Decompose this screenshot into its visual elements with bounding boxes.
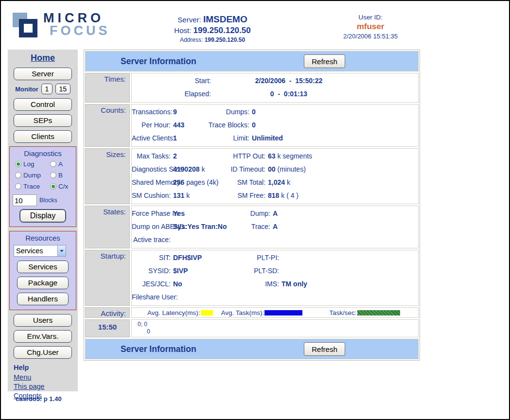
timeline-line2: 0	[132, 328, 418, 335]
display-button[interactable]: Display	[20, 210, 66, 222]
activity-section-label: Activity:	[85, 307, 130, 318]
blocks-label: Blocks	[39, 197, 57, 204]
diagnostics-radio-group: Log A Dump B Trace C/x	[12, 160, 74, 190]
server-information-table: Server Information Refresh Times: Start:…	[84, 50, 420, 361]
radio-b-icon	[50, 172, 56, 178]
radio-dump-icon	[15, 172, 21, 178]
this-page-link[interactable]: This page	[14, 382, 78, 391]
timeline-row: 15:50 0; 0 0	[85, 319, 419, 337]
activity-legend: Avg. Latency(ms): Avg. Task(ms): Task/se…	[131, 307, 419, 318]
main-content: Server Information Refresh Times: Start:…	[84, 50, 420, 361]
startup-values: SIT:DFH$IVPPLT-PI: SYSID:$IVPPLT-SD: JES…	[131, 250, 419, 306]
resources-panel: Resources Services Services Package Hand…	[9, 231, 76, 310]
logo-word-focus: FOCUS	[50, 24, 110, 37]
chguser-button[interactable]: Chg.User	[14, 346, 72, 359]
monitor-count-input[interactable]	[55, 84, 70, 94]
startup-section-label: Startup:	[85, 250, 130, 306]
times-row: Times: Start:2/20/2006 - 15:50:22 Elapse…	[85, 73, 419, 103]
resources-select[interactable]: Services	[14, 245, 66, 257]
states-values: Force Phase In:YesDump:A Dump on ABEND:S…	[131, 206, 419, 248]
task-sec-label: Task/sec:	[329, 309, 356, 316]
address-value: 199.250.120.50	[205, 36, 245, 43]
states-section-label: States:	[85, 206, 130, 248]
monitor-row: Monitor	[8, 84, 78, 94]
server-name: IMSDEMO	[203, 14, 247, 24]
radio-trace-icon	[15, 183, 21, 190]
server-information-header: Server Information Refresh	[85, 51, 419, 71]
timeline-line1: 0; 0	[132, 321, 418, 328]
logo-word-micro: MICRO	[43, 12, 110, 24]
host-label: Host:	[174, 26, 191, 35]
states-row: States: Force Phase In:YesDump:A Dump on…	[85, 206, 419, 248]
envvars-button[interactable]: Env.Vars.	[14, 330, 72, 343]
refresh-button-bottom[interactable]: Refresh	[304, 342, 345, 356]
version-footer: casrdo5: p 1.40	[16, 395, 62, 402]
times-values: Start:2/20/2006 - 15:50:22 Elapsed:0 - 0…	[131, 73, 419, 103]
avg-task-label: Avg. Task(ms):	[221, 309, 264, 316]
control-button[interactable]: Control	[14, 98, 72, 111]
sizes-values: Max Tasks:2HTTP Out:63 k segments Diagno…	[131, 148, 419, 204]
radio-log[interactable]: Log	[15, 160, 50, 168]
home-link[interactable]: Home	[8, 53, 78, 63]
counts-values: Transactions:9Dumps:0 Per Hour:443Trace …	[131, 104, 419, 147]
radio-cx[interactable]: C/x	[50, 183, 76, 190]
activity-row: Activity: Avg. Latency(ms): Avg. Task(ms…	[85, 307, 419, 318]
avg-latency-label: Avg. Latency(ms):	[147, 309, 200, 316]
start-value: 2/20/2006 - 15:50:22	[211, 74, 367, 88]
user-id-label: User ID:	[319, 14, 422, 21]
blocks-row: Blocks	[13, 194, 74, 206]
radio-trace[interactable]: Trace	[15, 183, 50, 190]
task-bar-blue	[264, 310, 302, 315]
server-identity: Server: IMSDEMO Host: 199.250.120.50 Add…	[137, 14, 288, 43]
users-button[interactable]: Users	[14, 314, 72, 327]
radio-a-icon	[50, 161, 56, 167]
server-button[interactable]: Server	[14, 68, 72, 80]
diagnostics-title: Diagnostics	[12, 149, 74, 158]
resources-select-value: Services	[14, 247, 57, 255]
server-information-footer: Server Information Refresh	[85, 339, 419, 359]
package-button[interactable]: Package	[17, 277, 69, 289]
help-label: Help	[14, 364, 78, 371]
services-button[interactable]: Services	[17, 261, 69, 273]
page-timestamp: 2/20/2006 15:51:35	[319, 33, 422, 40]
radio-cx-icon	[50, 183, 56, 190]
sidebar: Home Server Monitor Control SEPs Clients…	[8, 50, 78, 391]
resources-title: Resources	[12, 234, 74, 242]
radio-dump[interactable]: Dump	[15, 172, 50, 179]
counts-section-label: Counts:	[85, 104, 130, 147]
menu-link[interactable]: Menu	[14, 373, 78, 382]
times-section-label: Times:	[85, 73, 130, 103]
user-identity: User ID: mfuser 2/20/2006 15:51:35	[319, 14, 422, 40]
chevron-down-icon[interactable]	[57, 245, 66, 256]
handlers-button[interactable]: Handlers	[17, 293, 69, 305]
radio-a[interactable]: A	[50, 160, 76, 168]
sizes-section-label: Sizes:	[85, 148, 130, 204]
microfocus-squares-icon	[13, 12, 39, 38]
task-sec-bar-green	[357, 310, 400, 315]
clients-button[interactable]: Clients	[14, 130, 72, 143]
footer-title: Server Information	[121, 344, 196, 354]
address-label: Address:	[180, 36, 203, 43]
radio-b[interactable]: B	[50, 172, 76, 179]
monitor-label: Monitor	[15, 86, 38, 93]
elapsed-label: Elapsed:	[132, 88, 211, 101]
latency-bar-yellow	[201, 310, 213, 315]
start-label: Start:	[132, 74, 211, 88]
logo-text: MICRO FOCUS	[43, 12, 110, 38]
blocks-input[interactable]	[13, 194, 37, 206]
page-title: Server Information	[121, 56, 196, 67]
counts-row: Counts: Transactions:9Dumps:0 Per Hour:4…	[85, 104, 419, 147]
sizes-row: Sizes: Max Tasks:2HTTP Out:63 k segments…	[85, 148, 419, 204]
elapsed-value: 0 - 0:01:13	[211, 88, 367, 101]
server-label: Server:	[177, 16, 201, 24]
startup-row: Startup: SIT:DFH$IVPPLT-PI: SYSID:$IVPPL…	[85, 250, 419, 306]
timeline-values: 0; 0 0	[131, 319, 419, 337]
monitor-interval-input[interactable]	[41, 84, 53, 94]
user-id-value: mfuser	[319, 22, 422, 32]
microfocus-logo: MICRO FOCUS	[13, 12, 110, 38]
refresh-button-top[interactable]: Refresh	[304, 54, 345, 68]
host-value: 199.250.120.50	[193, 26, 251, 35]
seps-button[interactable]: SEPs	[14, 114, 72, 127]
diagnostics-panel: Diagnostics Log A Dump B Trace C/x	[9, 146, 76, 227]
timeline-time-label: 15:50	[85, 319, 130, 337]
